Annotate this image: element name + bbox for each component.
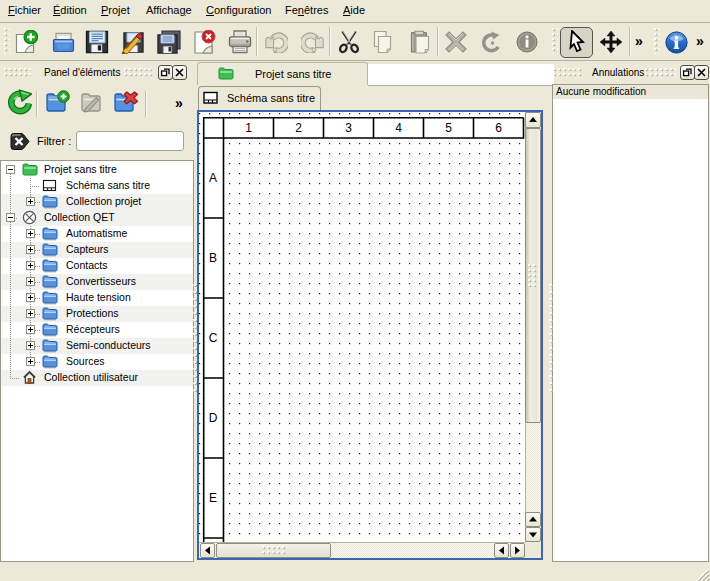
svg-text:3: 3: [345, 121, 352, 135]
svg-text:C: C: [209, 331, 218, 345]
svg-text:A: A: [209, 171, 217, 185]
svg-text:D: D: [209, 411, 218, 425]
svg-text:E: E: [209, 491, 217, 505]
svg-text:2: 2: [295, 121, 302, 135]
svg-text:1: 1: [245, 121, 252, 135]
svg-text:6: 6: [495, 121, 502, 135]
svg-text:4: 4: [395, 121, 402, 135]
svg-text:5: 5: [445, 121, 452, 135]
svg-text:B: B: [209, 251, 217, 265]
